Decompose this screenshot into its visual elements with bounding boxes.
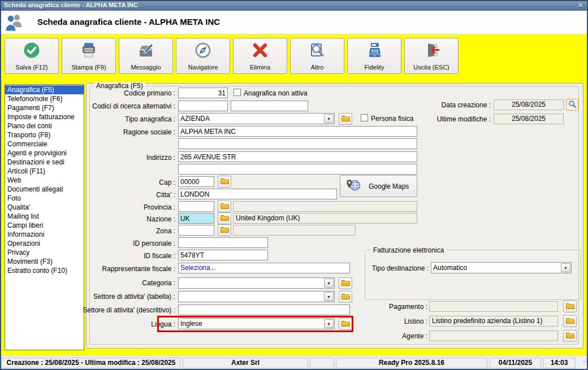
sidebar-item-web[interactable]: Web	[5, 176, 84, 185]
categoria-value[interactable]	[179, 278, 323, 288]
delete-x-icon	[234, 41, 287, 59]
sidebar-item-trasporto[interactable]: Trasporto (F8)	[5, 130, 84, 140]
ragione-sociale-field[interactable]	[178, 126, 417, 137]
sidebar-item-agenti[interactable]: Agenti e provvigioni	[5, 149, 84, 158]
sidebar-item-qualita[interactable]: Qualita'	[5, 203, 84, 212]
sidebar-item-pagamenti[interactable]: Pagamenti (F7)	[5, 103, 84, 112]
provincia-folder-button[interactable]	[218, 201, 231, 212]
sidebar-item-telefono-note[interactable]: Telefono/note (F6)	[5, 94, 84, 103]
sidebar-item-operazioni[interactable]: Operazioni	[5, 239, 84, 248]
lingua-combo[interactable]: ▼	[178, 318, 335, 329]
agente-label: Agente :	[402, 332, 427, 340]
settore-tabella-value[interactable]	[179, 291, 323, 302]
pagamento-folder-button[interactable]	[563, 301, 577, 312]
listino-folder-button[interactable]	[563, 315, 577, 327]
codici-ricerca-field-2[interactable]	[231, 101, 308, 111]
chevron-down-icon[interactable]: ▼	[324, 292, 334, 301]
page-title: Scheda anagrafica cliente - ALPHA META I…	[37, 17, 220, 27]
tipo-destinazione-value[interactable]	[431, 263, 560, 273]
citta-field[interactable]	[178, 189, 337, 199]
status-empty-segment	[310, 358, 334, 368]
sidebar-item-articoli[interactable]: Articoli (F11)	[5, 167, 84, 176]
sidebar-item-mailing-list[interactable]: Mailing list	[5, 212, 84, 221]
pagamento-field	[429, 301, 558, 312]
other-button[interactable]: Altro	[290, 38, 344, 74]
cap-folder-button[interactable]	[218, 176, 231, 188]
resize-grip[interactable]	[583, 361, 585, 362]
ragione-sociale-label: Ragione sociale :	[123, 128, 175, 136]
nazione-field[interactable]	[178, 213, 214, 224]
folder-icon	[220, 177, 229, 186]
fatturazione-groupbox	[365, 250, 581, 300]
settore-tabella-combo[interactable]: ▼	[178, 291, 335, 302]
anagrafica-groupbox-title: Anagrafica (F5)	[94, 82, 145, 90]
sidebar-item-piano-conti[interactable]: Piano dei conti	[5, 121, 84, 130]
cash-register-icon	[348, 41, 401, 59]
categoria-combo[interactable]: ▼	[178, 277, 335, 289]
cap-field[interactable]	[178, 176, 214, 187]
sidebar-item-campi-liberi[interactable]: Campi liberi	[5, 221, 84, 230]
sidebar-item-destinazioni[interactable]: Destinazioni e sedi	[5, 158, 84, 167]
date-lookup-button[interactable]	[566, 99, 578, 111]
provincia-label: Provincia :	[144, 203, 175, 211]
chevron-down-icon[interactable]: ▼	[561, 263, 570, 272]
lingua-label: Lingua :	[151, 320, 175, 328]
persona-fisica-checkbox[interactable]	[361, 114, 368, 121]
sidebar-item-foto[interactable]: Foto	[5, 194, 84, 203]
sidebar-item-movimenti[interactable]: Movimenti (F3)	[5, 257, 84, 266]
provincia-field[interactable]	[178, 201, 214, 212]
sidebar-item-informazioni[interactable]: Informazioni	[5, 230, 84, 239]
delete-button-label: Elimina	[234, 64, 287, 71]
settore-descrittivo-label: Settore di attivita' (descrittivo) :	[83, 306, 175, 314]
chevron-down-icon[interactable]: ▼	[324, 319, 334, 328]
sidebar-item-privacy[interactable]: Privacy	[5, 248, 84, 257]
nazione-folder-button[interactable]	[218, 212, 231, 224]
status-date: 04/11/2025	[490, 358, 541, 368]
sidebar-item-documenti[interactable]: Documenti allegati	[5, 185, 84, 194]
tipo-destinazione-combo[interactable]: ▼	[431, 262, 572, 273]
agente-folder-button[interactable]	[563, 330, 577, 342]
delete-button[interactable]: Elimina	[233, 38, 287, 74]
tipo-anagrafica-folder-button[interactable]	[339, 113, 352, 125]
search-book-icon	[291, 41, 344, 59]
settore-descrittivo-field[interactable]	[178, 304, 350, 315]
tipo-anagrafica-value[interactable]	[179, 114, 323, 124]
google-maps-button[interactable]: Google Maps	[340, 175, 417, 197]
sidebar-item-imposte[interactable]: Imposte e fatturazione	[5, 112, 84, 121]
id-fiscale-field[interactable]	[178, 250, 268, 260]
categoria-folder-button[interactable]	[339, 277, 352, 289]
fidelity-button[interactable]: Fidelity	[347, 38, 401, 74]
folder-icon	[341, 115, 350, 123]
codici-ricerca-field-1[interactable]	[178, 101, 228, 111]
exit-button[interactable]: Uscita (ESC)	[404, 38, 459, 74]
codici-ricerca-label: Codici di ricerca alternativi :	[92, 102, 175, 110]
navigator-button[interactable]: Navigatore	[176, 38, 230, 74]
chevron-down-icon[interactable]: ▼	[324, 114, 334, 123]
print-button[interactable]: Stampa (F9)	[62, 38, 116, 74]
lingua-folder-button[interactable]	[339, 318, 352, 330]
id-personale-field[interactable]	[178, 237, 268, 248]
settore-tabella-folder-button[interactable]	[339, 291, 352, 303]
chevron-down-icon[interactable]: ▼	[324, 278, 334, 288]
print-button-label: Stampa (F9)	[62, 64, 115, 71]
anagrafica-non-attiva-checkbox[interactable]	[234, 89, 241, 96]
sidebar-item-commerciale[interactable]: Commerciale	[5, 140, 84, 149]
rappresentante-fiscale-field[interactable]: Seleziona...	[178, 263, 350, 273]
zona-field[interactable]	[178, 225, 214, 236]
indirizzo-field[interactable]	[178, 151, 417, 162]
ragione-sociale-field-2[interactable]	[178, 138, 417, 149]
zona-folder-button[interactable]	[218, 224, 231, 236]
save-button[interactable]: Salva (F12)	[5, 38, 59, 74]
close-icon[interactable]: ✕	[576, 1, 585, 9]
title-bar: Scheda anagrafica cliente - ALPHA META I…	[0, 0, 588, 11]
codice-primario-field[interactable]	[178, 88, 228, 98]
message-button[interactable]: Messaggio	[119, 38, 173, 74]
data-creazione-field: 25/08/2025	[494, 99, 564, 110]
lingua-value[interactable]	[179, 319, 323, 329]
status-company: Axter Srl	[183, 358, 308, 368]
id-fiscale-label: ID fiscale :	[144, 252, 175, 260]
indirizzo-field-2[interactable]	[178, 164, 417, 175]
sidebar-item-anagrafica[interactable]: Anagrafica (F5)	[5, 85, 84, 94]
tipo-anagrafica-combo[interactable]: ▼	[178, 113, 335, 124]
sidebar-item-estratto-conto[interactable]: Estratto conto (F10)	[5, 266, 84, 275]
